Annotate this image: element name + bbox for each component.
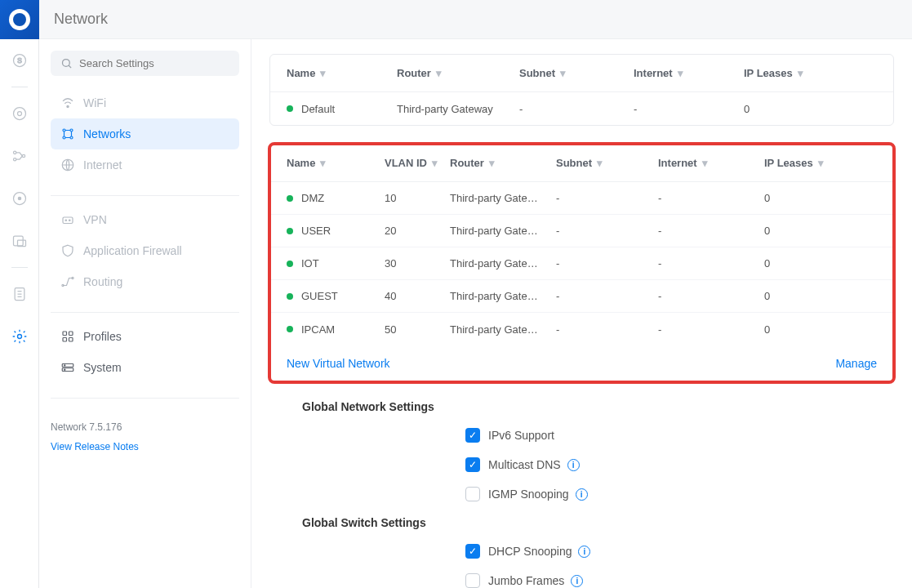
cell-internet: - xyxy=(658,323,764,336)
cell-vlan: 10 xyxy=(385,192,450,204)
sidebar-item-wifi[interactable]: WiFi xyxy=(51,87,239,118)
cell-router: Third-party Gate… xyxy=(450,290,556,302)
settings-sidebar: WiFi Networks Internet VPN xyxy=(39,39,251,588)
cell-vlan: 50 xyxy=(385,323,450,336)
info-icon[interactable]: i xyxy=(571,575,583,587)
chevron-down-icon: ▾ xyxy=(320,157,326,169)
default-network-card: Name▾ Router▾ Subnet▾ Internet▾ IP Lease… xyxy=(269,54,894,126)
setting-row: Multicast DNSi xyxy=(465,457,894,472)
cell-leases: 0 xyxy=(764,225,830,237)
sidebar-item-vpn[interactable]: VPN xyxy=(51,204,239,235)
vpn-icon xyxy=(60,212,75,227)
chevron-down-icon: ▾ xyxy=(702,157,708,169)
rail-icon-4[interactable] xyxy=(7,185,33,212)
search-input[interactable] xyxy=(79,57,229,69)
manage-link[interactable]: Manage xyxy=(835,357,877,370)
cell-vlan: 40 xyxy=(385,290,450,302)
cell-name: Default xyxy=(301,103,335,115)
sidebar-label: Application Firewall xyxy=(83,244,182,257)
table-row[interactable]: IPCAM50Third-party Gate…--0 xyxy=(270,313,893,345)
col-internet[interactable]: Internet▾ xyxy=(658,157,764,169)
new-virtual-network-link[interactable]: New Virtual Network xyxy=(287,357,390,370)
col-router[interactable]: Router▾ xyxy=(450,157,556,169)
chevron-down-icon: ▾ xyxy=(798,67,803,79)
rail-icon-5[interactable] xyxy=(7,228,33,254)
rail-icon-2[interactable] xyxy=(7,100,33,127)
table-row[interactable]: DefaultThird-party Gateway--0 xyxy=(270,92,893,125)
settings-icon[interactable] xyxy=(7,323,33,350)
chevron-down-icon: ▾ xyxy=(597,157,603,169)
svg-rect-25 xyxy=(63,332,67,336)
sidebar-label: Internet xyxy=(83,158,122,172)
rail-icon-1[interactable]: S xyxy=(7,47,33,74)
table-row[interactable]: DMZ10Third-party Gate…--0 xyxy=(270,182,893,215)
status-dot xyxy=(287,326,293,332)
col-router[interactable]: Router▾ xyxy=(397,67,519,79)
table-row[interactable]: IOT30Third-party Gate…--0 xyxy=(270,247,893,280)
cell-internet: - xyxy=(634,103,744,115)
cell-leases: 0 xyxy=(764,257,830,270)
checkbox[interactable] xyxy=(465,487,480,501)
cell-subnet: - xyxy=(556,257,658,270)
info-icon[interactable]: i xyxy=(567,459,580,471)
sidebar-item-routing[interactable]: Routing xyxy=(51,266,239,297)
global-switch-heading: Global Switch Settings xyxy=(302,516,894,529)
rail-icon-3[interactable] xyxy=(7,143,33,169)
svg-rect-27 xyxy=(63,338,67,342)
cell-leases: 0 xyxy=(744,103,825,115)
svg-point-6 xyxy=(22,154,24,157)
cell-router: Third-party Gate… xyxy=(450,192,556,204)
app-rail: S xyxy=(0,0,39,588)
cell-name: USER xyxy=(301,225,331,237)
app-logo[interactable] xyxy=(0,0,39,39)
col-internet[interactable]: Internet▾ xyxy=(634,67,744,79)
table-row[interactable]: USER20Third-party Gate…--0 xyxy=(270,215,893,247)
setting-label: IGMP Snooping xyxy=(488,488,569,501)
col-leases[interactable]: IP Leases▾ xyxy=(764,157,830,169)
release-notes-link[interactable]: View Release Notes xyxy=(51,441,139,452)
col-subnet[interactable]: Subnet▾ xyxy=(519,67,634,79)
svg-point-5 xyxy=(13,158,16,161)
sidebar-item-networks[interactable]: Networks xyxy=(51,118,239,149)
table1-header: Name▾ Router▾ Subnet▾ Internet▾ IP Lease… xyxy=(270,55,893,92)
checkbox[interactable] xyxy=(465,544,480,559)
col-leases[interactable]: IP Leases▾ xyxy=(744,67,825,79)
info-icon[interactable]: i xyxy=(578,546,590,558)
svg-rect-20 xyxy=(63,217,73,224)
col-name[interactable]: Name▾ xyxy=(287,157,385,169)
setting-row: IGMP Snoopingi xyxy=(465,487,894,501)
sidebar-item-system[interactable]: System xyxy=(51,352,239,383)
svg-point-32 xyxy=(65,369,65,370)
status-dot xyxy=(287,195,293,202)
checkbox[interactable] xyxy=(465,457,480,472)
status-dot xyxy=(287,105,293,112)
version-text: Network 7.5.176 xyxy=(51,421,239,433)
cell-internet: - xyxy=(658,257,764,270)
info-icon[interactable]: i xyxy=(576,488,588,501)
cell-leases: 0 xyxy=(764,192,830,204)
cell-router: Third-party Gate… xyxy=(450,323,556,336)
globe-icon xyxy=(60,158,75,172)
search-box[interactable] xyxy=(51,51,239,76)
chevron-down-icon: ▾ xyxy=(560,67,566,79)
wifi-icon xyxy=(60,96,75,110)
cell-name: DMZ xyxy=(301,192,324,204)
sidebar-item-internet[interactable]: Internet xyxy=(51,149,239,180)
table-row[interactable]: GUEST40Third-party Gate…--0 xyxy=(270,280,893,313)
cell-router: Third-party Gate… xyxy=(450,257,556,270)
main-panel: Name▾ Router▾ Subnet▾ Internet▾ IP Lease… xyxy=(251,39,912,588)
checkbox[interactable] xyxy=(465,573,480,588)
rail-icon-6[interactable] xyxy=(7,281,33,307)
chevron-down-icon: ▾ xyxy=(489,157,495,169)
sidebar-item-profiles[interactable]: Profiles xyxy=(51,321,239,352)
cell-leases: 0 xyxy=(764,290,830,302)
profiles-icon xyxy=(60,329,75,344)
cell-vlan: 20 xyxy=(385,225,450,237)
col-vlan[interactable]: VLAN ID▾ xyxy=(385,157,450,169)
col-name[interactable]: Name▾ xyxy=(287,67,397,79)
checkbox[interactable] xyxy=(465,428,480,443)
chevron-down-icon: ▾ xyxy=(436,67,442,79)
global-network-heading: Global Network Settings xyxy=(302,400,894,413)
sidebar-item-firewall[interactable]: Application Firewall xyxy=(51,235,239,266)
col-subnet[interactable]: Subnet▾ xyxy=(556,157,658,169)
